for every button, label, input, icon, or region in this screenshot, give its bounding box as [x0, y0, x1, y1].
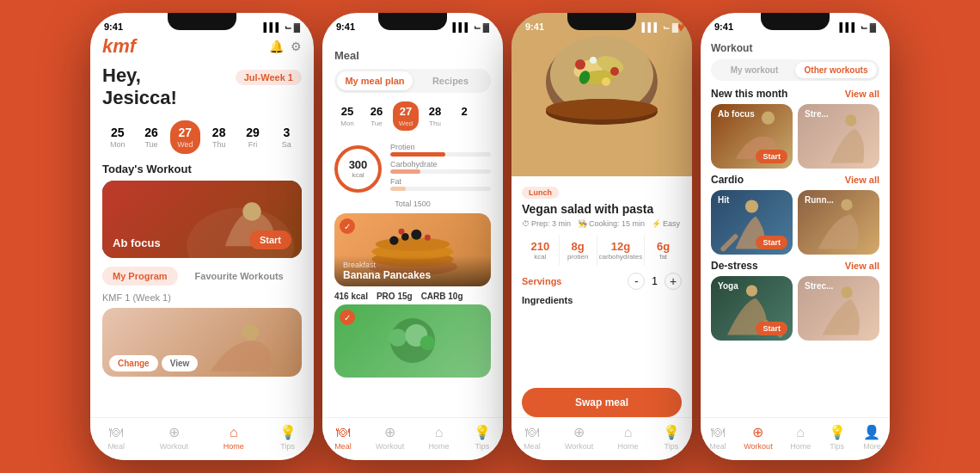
notch-2: [378, 13, 447, 30]
tab-my-program[interactable]: My Program: [102, 267, 178, 286]
nav-tips-1[interactable]: 💡 Tips: [279, 424, 297, 451]
wk-card-running: Runn...: [798, 190, 879, 255]
svg-point-24: [590, 57, 597, 64]
nav-home-label-1: Home: [224, 442, 244, 451]
meal-kcal: 416 kcal: [334, 292, 368, 301]
view-button[interactable]: View: [162, 355, 199, 372]
hit-start-button[interactable]: Start: [756, 236, 787, 249]
nav-tips-label-4: Tips: [830, 442, 844, 451]
destress-section: De-stress View all: [711, 260, 879, 272]
nav-home-1[interactable]: ⌂ Home: [224, 425, 244, 451]
home-icon-2: ⌂: [435, 425, 444, 440]
tab-favourite[interactable]: Favourite Workouts: [185, 267, 294, 286]
svg-point-33: [841, 199, 852, 210]
signal-icon-3: ▌▌▌: [641, 22, 659, 32]
bottom-nav-3: 🍽 Meal ⊕ Workout ⌂ Home 💡 Tips: [511, 417, 692, 460]
settings-icon[interactable]: ⚙: [291, 40, 302, 53]
svg-point-1: [242, 202, 260, 220]
start-button[interactable]: Start: [249, 230, 291, 249]
home-icon-4: ⌂: [796, 425, 805, 440]
tab-other-workouts[interactable]: Other workouts: [795, 62, 877, 78]
wk-card-yoga: Yoga Start: [711, 276, 793, 341]
meal-date-extra[interactable]: 2: [451, 101, 477, 131]
date-27[interactable]: 27Wed: [170, 120, 200, 154]
svg-point-29: [762, 112, 775, 125]
date-25[interactable]: 25Mon: [102, 120, 132, 154]
view-all-destress[interactable]: View all: [845, 261, 879, 271]
status-icons-2: ▌▌▌ ⌙ ▓: [452, 22, 489, 32]
svg-point-11: [399, 229, 405, 235]
stat-fat-val: 6g: [646, 240, 680, 253]
bottom-nav-1: 🍽 Meal ⊕ Workout ⌂ Home 💡 Tips: [90, 417, 314, 460]
stat-kcal: 210 kcal: [522, 235, 560, 266]
bottom-nav-4: 🍽 Meal ⊕ Workout ⌂ Home 💡 Tips 👤 More: [701, 417, 890, 460]
view-all-cardio[interactable]: View all: [845, 175, 879, 185]
nav-workout-2[interactable]: ⊕ Workout: [376, 424, 404, 451]
nav-workout-4[interactable]: ⊕ Workout: [744, 424, 772, 451]
servings-count: 1: [652, 275, 658, 287]
servings-plus-button[interactable]: +: [665, 273, 682, 290]
stat-carbs-val: 12g: [599, 240, 643, 253]
date-30[interactable]: 3Sa: [272, 120, 302, 154]
nav-tips-3[interactable]: 💡 Tips: [663, 424, 680, 451]
macro-fat-bar: [390, 187, 406, 191]
program-subtitle: KMF 1 (Week 1): [102, 292, 302, 303]
battery-icon-4: ▓: [870, 22, 876, 32]
tab-recipes[interactable]: Recipes: [413, 71, 488, 90]
nav-meal-4[interactable]: 🍽 Meal: [709, 425, 726, 451]
bell-icon[interactable]: 🔔: [269, 40, 284, 53]
svg-point-25: [602, 77, 610, 86]
cardio-title: Cardio: [711, 174, 744, 186]
swap-meal-button[interactable]: Swap meal: [522, 388, 682, 417]
tab-my-meal-plan[interactable]: My meal plan: [337, 71, 413, 90]
nav-workout-3[interactable]: ⊕ Workout: [565, 424, 593, 451]
stat-fat: 6g fat: [645, 235, 682, 266]
nav-home-3[interactable]: ⌂ Home: [618, 425, 639, 451]
nav-meal-label-1: Meal: [107, 442, 125, 451]
macro-carb-label: Carbohydrate: [390, 160, 491, 169]
meal-top: Meal My meal plan Recipes 25Mon 26Tue 27…: [322, 35, 503, 208]
date-26[interactable]: 26Tue: [136, 120, 166, 154]
nav-home-2[interactable]: ⌂ Home: [429, 425, 450, 451]
nav-more-4[interactable]: 👤 More: [863, 424, 881, 451]
cardio-section: Cardio View all: [711, 174, 879, 186]
tab-my-workout[interactable]: My workout: [714, 62, 795, 78]
servings-minus-button[interactable]: -: [628, 273, 645, 290]
nav-meal-1[interactable]: 🍽 Meal: [107, 425, 125, 451]
ab-focus-start-button[interactable]: Start: [756, 150, 787, 163]
nav-meal-2[interactable]: 🍽 Meal: [334, 425, 352, 451]
notch-4: [761, 13, 830, 30]
meal-date-28[interactable]: 28Thu: [422, 101, 448, 131]
stat-protein-label: protien: [561, 253, 595, 261]
date-28[interactable]: 28Thu: [204, 120, 234, 154]
notch-3: [567, 13, 636, 30]
wk-card-stretch: Stre...: [798, 104, 879, 169]
stat-kcal-val: 210: [524, 240, 557, 253]
svg-point-15: [420, 335, 435, 350]
yoga-start-button[interactable]: Start: [756, 322, 787, 335]
view-all-new[interactable]: View all: [845, 89, 879, 99]
meal-check-icon-2: ✓: [340, 310, 355, 325]
cardio-workout-cards: Hit Start Runn...: [711, 190, 879, 255]
wifi-icon-3: ⌙: [663, 22, 670, 32]
signal-icon-2: ▌▌▌: [452, 22, 470, 32]
macro-fat-bar-bg: [390, 187, 491, 191]
workout-icon-1: ⊕: [168, 424, 180, 440]
nav-tips-2[interactable]: 💡 Tips: [474, 424, 491, 451]
meal-date-26[interactable]: 26Tue: [364, 101, 389, 131]
new-workout-cards: Ab focus Start Stre...: [711, 104, 879, 169]
meal-date-25[interactable]: 25Mon: [334, 101, 360, 131]
nav-more-label: More: [863, 442, 881, 451]
change-button[interactable]: Change: [109, 355, 158, 372]
nav-home-4[interactable]: ⌂ Home: [790, 425, 811, 451]
nav-meal-3[interactable]: 🍽 Meal: [524, 425, 541, 451]
tab-row: My Program Favourite Workouts: [102, 267, 302, 286]
meal-icon-3: 🍽: [525, 425, 539, 440]
meal-date-27[interactable]: 27Wed: [393, 101, 419, 131]
date-29[interactable]: 29Fri: [237, 120, 267, 154]
servings-label: Servings: [522, 276, 561, 286]
macro-fat-label: Fat: [390, 177, 491, 186]
nav-workout-1[interactable]: ⊕ Workout: [160, 424, 188, 451]
nav-tips-4[interactable]: 💡 Tips: [829, 424, 846, 451]
difficulty-label: Easy: [663, 219, 680, 228]
